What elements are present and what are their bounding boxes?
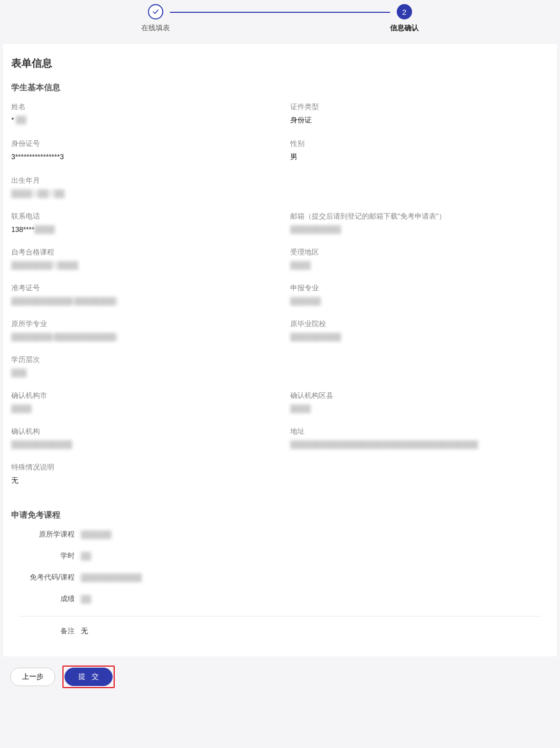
value-birth: ████ - ██ - ██ <box>11 189 549 198</box>
label-district: 确认机构区县 <box>290 391 549 400</box>
value-edulevel: ███ <box>11 369 549 377</box>
field-special: 特殊情况说明 无 <box>11 463 549 485</box>
field-city: 确认机构市 ████ <box>11 391 270 413</box>
field-region: 受理地区 ████ <box>290 248 549 269</box>
value-code: ████████████ <box>81 573 142 582</box>
label-idtype: 证件类型 <box>290 102 549 112</box>
label-origmajor: 原所学专业 <box>11 319 270 329</box>
value-origschool: ██████████ <box>290 333 549 341</box>
value-city: ████ <box>11 404 270 413</box>
form-card: 表单信息 学生基本信息 姓名 * ██ 证件类型 身份证 身份证号 3*****… <box>3 44 557 656</box>
label-name: 姓名 <box>11 102 270 112</box>
value-district: ████ <box>290 404 549 413</box>
label-examid: 准考证号 <box>11 284 270 293</box>
field-email: 邮箱（提交后请到登记的邮箱下载"免考申请表"） ██████████ <box>290 212 549 233</box>
row-orig-course: 原所学课程 ██████ <box>19 530 541 539</box>
label-idnum: 身份证号 <box>11 139 270 148</box>
card-title: 表单信息 <box>11 56 549 70</box>
course-list: 原所学课程 ██████ 学时 ██ 免考代码/课程 ████████████ … <box>19 530 541 616</box>
row-remark: 备注 无 <box>19 627 549 636</box>
value-phone: 138****████ <box>11 225 270 233</box>
submit-highlight: 提 交 <box>62 666 115 688</box>
field-birth: 出生年月 ████ - ██ - ██ <box>11 176 549 198</box>
basic-info-grid: 姓名 * ██ 证件类型 身份证 身份证号 3****************3… <box>11 102 549 500</box>
value-email: ██████████ <box>290 225 549 233</box>
value-orig-course: ██████ <box>81 530 112 539</box>
label-address: 地址 <box>290 427 549 436</box>
row-hours: 学时 ██ <box>19 551 541 561</box>
field-major: 申报专业 ██████ <box>290 284 549 305</box>
label-org: 确认机构 <box>11 427 270 436</box>
label-region: 受理地区 <box>290 248 549 257</box>
step-2-number: 2 <box>397 4 412 19</box>
row-code: 免考代码/课程 ████████████ <box>19 573 541 582</box>
label-score: 成绩 <box>19 594 81 604</box>
value-origmajor: ████████(████████████) <box>11 333 270 341</box>
label-origschool: 原毕业院校 <box>290 319 549 329</box>
label-code: 免考代码/课程 <box>19 573 81 582</box>
step-1: 在线填表 <box>141 4 170 33</box>
field-idnum: 身份证号 3****************3 <box>11 139 270 162</box>
value-address: █████████████████████████████████████ <box>290 440 549 448</box>
label-remark: 备注 <box>19 627 81 636</box>
value-score: ██ <box>81 595 91 603</box>
value-qualified: ████████ / ████ <box>11 261 270 269</box>
label-gender: 性别 <box>290 139 549 148</box>
label-major: 申报专业 <box>290 284 549 293</box>
field-origschool: 原毕业院校 ██████████ <box>290 319 549 341</box>
field-origmajor: 原所学专业 ████████(████████████) <box>11 319 270 341</box>
value-region: ████ <box>290 261 549 269</box>
field-org: 确认机构 ████████████ <box>11 427 270 448</box>
check-icon <box>148 4 163 19</box>
footer-actions: 上一步 提 交 <box>0 656 560 698</box>
value-examid: ████████████(████████) <box>11 297 270 305</box>
steps-bar: 在线填表 2 信息确认 <box>0 0 560 38</box>
step-2-label: 信息确认 <box>390 24 419 33</box>
value-special: 无 <box>11 476 549 485</box>
step-2: 2 信息确认 <box>390 4 419 33</box>
value-idnum: 3****************3 <box>11 153 270 161</box>
field-name: 姓名 * ██ <box>11 102 270 125</box>
row-score: 成绩 ██ <box>19 594 541 604</box>
label-special: 特殊情况说明 <box>11 463 549 472</box>
label-birth: 出生年月 <box>11 176 549 185</box>
submit-button[interactable]: 提 交 <box>64 668 113 686</box>
label-email: 邮箱（提交后请到登记的邮箱下载"免考申请表"） <box>290 212 549 221</box>
label-orig-course: 原所学课程 <box>19 530 81 539</box>
label-hours: 学时 <box>19 551 81 561</box>
field-qualified: 自考合格课程 ████████ / ████ <box>11 248 270 269</box>
step-line <box>170 12 390 13</box>
label-phone: 联系电话 <box>11 212 270 221</box>
value-org: ████████████ <box>11 440 270 448</box>
field-district: 确认机构区县 ████ <box>290 391 549 413</box>
label-city: 确认机构市 <box>11 391 270 400</box>
label-edulevel: 学历层次 <box>11 355 549 365</box>
field-examid: 准考证号 ████████████(████████) <box>11 284 270 305</box>
section-courses-title: 申请免考课程 <box>11 510 549 521</box>
field-phone: 联系电话 138****████ <box>11 212 270 233</box>
field-edulevel: 学历层次 ███ <box>11 355 549 377</box>
label-qualified: 自考合格课程 <box>11 248 270 257</box>
section-basic-title: 学生基本信息 <box>11 82 549 93</box>
value-idtype: 身份证 <box>290 116 549 125</box>
prev-button[interactable]: 上一步 <box>10 668 55 686</box>
value-gender: 男 <box>290 153 549 162</box>
field-gender: 性别 男 <box>290 139 549 162</box>
field-address: 地址 █████████████████████████████████████ <box>290 427 549 448</box>
field-idtype: 证件类型 身份证 <box>290 102 549 125</box>
value-name: * ██ <box>11 116 270 124</box>
value-major: ██████ <box>290 297 549 305</box>
courses-section: 申请免考课程 原所学课程 ██████ 学时 ██ 免考代码/课程 ██████… <box>11 510 549 636</box>
value-remark: 无 <box>81 627 88 636</box>
value-hours: ██ <box>81 552 91 560</box>
step-1-label: 在线填表 <box>141 24 170 33</box>
